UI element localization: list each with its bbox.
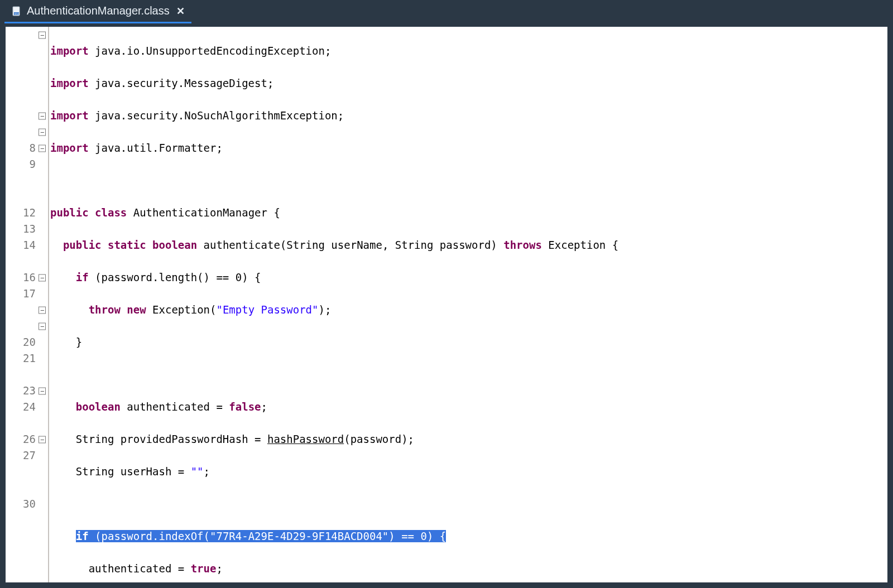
gutter-row: 8− [6,140,48,156]
tab-filename: AuthenticationManager.class [27,4,170,17]
gutter-row [6,512,48,528]
fold-toggle-icon[interactable]: − [39,144,46,152]
fold-toggle-icon[interactable]: − [39,322,46,330]
gutter-row: 23− [6,383,48,399]
fold-toggle-icon[interactable]: − [39,306,46,314]
gutter-row [6,91,48,108]
gutter: −−−8−912131416−17−−202123−2426−2730 [6,27,49,582]
fold-toggle-icon[interactable]: − [39,436,46,443]
gutter-row: − [6,108,48,124]
gutter-row: 26− [6,431,48,447]
gutter-row [6,43,48,59]
gutter-row [6,59,48,75]
gutter-row [6,253,48,269]
fold-toggle-icon[interactable]: − [39,31,46,38]
classfile-icon: 010 [11,6,22,17]
gutter-row: − [6,124,48,140]
gutter-row [6,415,48,431]
gutter-row: 20 [6,334,48,350]
gutter-row: 12 [6,205,48,221]
gutter-row [6,464,48,480]
gutter-row [6,172,48,189]
svg-text:010: 010 [15,12,20,15]
gutter-row: − [6,27,48,43]
highlighted-line: if (password.indexOf("77R4-A29E-4D29-9F1… [76,530,446,542]
gutter-row [6,480,48,496]
gutter-row [6,367,48,383]
gutter-row [6,189,48,205]
gutter-row: 24 [6,399,48,415]
gutter-row: − [6,302,48,318]
gutter-row: 17 [6,286,48,302]
gutter-row [6,75,48,91]
fold-toggle-icon[interactable]: − [39,112,46,119]
gutter-row: 9 [6,156,48,172]
fold-toggle-icon[interactable]: − [39,387,46,394]
gutter-row: 27 [6,447,48,464]
gutter-row: 16− [6,269,48,286]
code-area[interactable]: import java.io.UnsupportedEncodingExcept… [49,27,887,582]
code-editor[interactable]: −−−8−912131416−17−−202123−2426−2730 impo… [6,27,887,582]
tab-bar: 010 AuthenticationManager.class ✕ [0,0,893,23]
gutter-row: 30 [6,496,48,512]
fold-toggle-icon[interactable]: − [39,128,46,136]
gutter-row: − [6,318,48,334]
editor-tab[interactable]: 010 AuthenticationManager.class ✕ [4,0,191,23]
close-icon[interactable]: ✕ [174,5,185,17]
fold-toggle-icon[interactable]: − [39,274,46,281]
gutter-row: 14 [6,237,48,253]
gutter-row: 21 [6,350,48,367]
gutter-row: 13 [6,221,48,237]
